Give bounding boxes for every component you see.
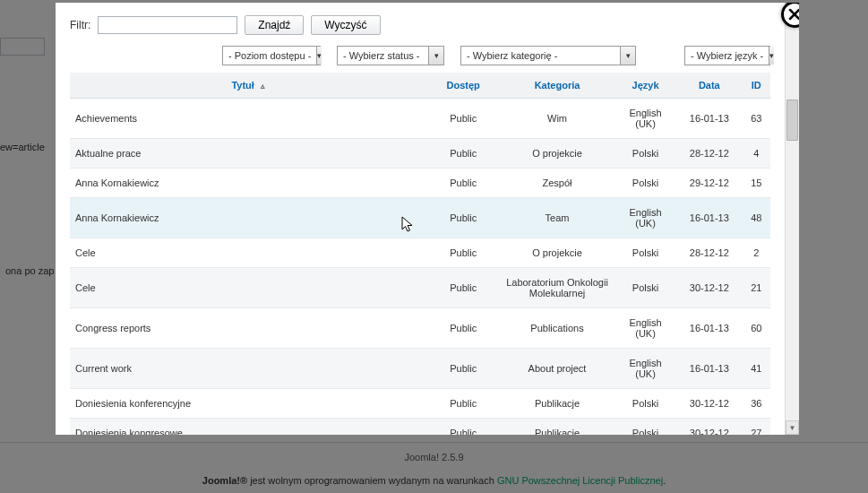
cell-date: 28-12-12 (676, 238, 742, 268)
cell-title[interactable]: Aktualne prace (70, 139, 426, 169)
scroll-thumb[interactable] (786, 99, 798, 141)
cell-language: English (UK) (614, 198, 676, 238)
cell-access: Public (426, 238, 500, 268)
vertical-scrollbar[interactable]: ▲ ▼ (785, 3, 799, 435)
cell-title[interactable]: Cele (70, 238, 426, 268)
cell-date: 29-12-12 (676, 169, 742, 198)
cell-language: English (UK) (614, 99, 676, 139)
cell-category: Laboratorium Onkologii Molekularnej (500, 268, 614, 308)
cell-title[interactable]: Doniesienia konferencyjne (70, 389, 426, 419)
modal-body: Filtr: Znajdź Wyczyść - Poziom dostępu -… (56, 3, 785, 435)
cell-date: 16-01-13 (676, 308, 742, 349)
cell-access: Public (426, 268, 500, 308)
table-row[interactable]: AchievementsPublicWimEnglish (UK)16-01-1… (70, 99, 770, 139)
articles-table: Tytuł ▵ Dostęp Kategoria Język Data ID A… (70, 73, 770, 435)
cell-category: O projekcie (500, 238, 614, 268)
chevron-down-icon (620, 47, 635, 65)
access-level-select[interactable]: - Poziom dostępu - (222, 46, 321, 65)
clear-button[interactable]: Wyczyść (311, 15, 380, 35)
access-level-value: - Poziom dostępu - (223, 50, 316, 61)
status-value: - Wybierz status - (338, 50, 428, 61)
cell-id: 60 (743, 308, 771, 349)
chevron-down-icon (316, 47, 322, 65)
cell-language: Polski (614, 139, 676, 169)
cell-title[interactable]: Achievements (70, 99, 426, 139)
filter-row: Filtr: Znajdź Wyczyść (70, 15, 770, 35)
cell-id: 63 (743, 99, 771, 139)
cell-title[interactable]: Anna Kornakiewicz (70, 198, 426, 238)
cell-title[interactable]: Cele (70, 268, 426, 308)
cell-id: 41 (743, 349, 771, 389)
cell-date: 16-01-13 (676, 99, 742, 139)
table-row[interactable]: Current workPublicAbout projectEnglish (… (70, 349, 770, 389)
category-select[interactable]: - Wybierz kategorię - (460, 46, 636, 65)
cell-access: Public (426, 169, 500, 198)
scroll-down-arrow-icon[interactable]: ▼ (786, 420, 799, 435)
col-header-access[interactable]: Dostęp (426, 73, 500, 99)
cell-date: 28-12-12 (676, 139, 742, 169)
table-row[interactable]: CelePublicO projekciePolski28-12-122 (70, 238, 770, 268)
cell-category: Team (500, 198, 614, 238)
chevron-down-icon (428, 47, 443, 65)
cell-title[interactable]: Congress reports (70, 308, 426, 349)
cell-category: Publikacje (500, 419, 614, 435)
cell-language: Polski (614, 268, 676, 308)
table-row[interactable]: Aktualne pracePublicO projekciePolski28-… (70, 139, 770, 169)
col-header-language[interactable]: Język (614, 73, 676, 99)
cell-access: Public (426, 198, 500, 238)
table-row[interactable]: Anna KornakiewiczPublicZespółPolski29-12… (70, 169, 770, 198)
chevron-down-icon (769, 47, 774, 65)
table-row[interactable]: Anna KornakiewiczPublicTeamEnglish (UK)1… (70, 198, 770, 238)
cell-id: 48 (743, 198, 771, 238)
col-header-date[interactable]: Data (676, 73, 742, 99)
filter-select-row: - Poziom dostępu - - Wybierz status - - … (70, 46, 770, 65)
find-button[interactable]: Znajdź (245, 15, 304, 35)
cell-id: 27 (743, 419, 771, 435)
col-header-category[interactable]: Kategoria (500, 73, 614, 99)
cell-category: Zespół (500, 169, 614, 198)
article-select-modal: ▲ ▼ Filtr: Znajdź Wyczyść - Poziom dostę… (56, 3, 799, 435)
cell-access: Public (426, 99, 500, 139)
col-header-id[interactable]: ID (743, 73, 771, 99)
col-header-title-label: Tytuł (231, 80, 254, 91)
cell-category: About project (500, 349, 614, 389)
cell-date: 16-01-13 (676, 349, 742, 389)
cell-title[interactable]: Doniesienia kongresowe (70, 419, 426, 435)
cell-id: 21 (743, 268, 771, 308)
language-select[interactable]: - Wybierz język - (684, 46, 770, 65)
language-value: - Wybierz język - (685, 50, 769, 61)
cell-language: Polski (614, 389, 676, 419)
filter-input[interactable] (98, 16, 237, 34)
cell-date: 16-01-13 (676, 198, 742, 238)
cell-language: Polski (614, 169, 676, 198)
table-row[interactable]: CelePublicLaboratorium Onkologii Molekul… (70, 268, 770, 308)
cell-id: 36 (743, 389, 771, 419)
cell-title[interactable]: Anna Kornakiewicz (70, 169, 426, 198)
sort-asc-icon: ▵ (261, 82, 265, 91)
cell-date: 30-12-12 (676, 268, 742, 308)
table-row[interactable]: Doniesienia konferencyjnePublicPublikacj… (70, 389, 770, 419)
cell-language: Polski (614, 238, 676, 268)
cell-title[interactable]: Current work (70, 349, 426, 389)
cell-category: O projekcie (500, 139, 614, 169)
cell-date: 30-12-12 (676, 419, 742, 435)
cell-language: Polski (614, 419, 676, 435)
cell-access: Public (426, 389, 500, 419)
cell-access: Public (426, 419, 500, 435)
cell-category: Publications (500, 308, 614, 349)
table-row[interactable]: Doniesienia kongresowePublicPublikacjePo… (70, 419, 770, 435)
filter-label: Filtr: (70, 19, 90, 31)
category-value: - Wybierz kategorię - (461, 50, 620, 61)
cell-language: English (UK) (614, 349, 676, 389)
cell-id: 2 (743, 238, 771, 268)
close-icon (788, 8, 799, 21)
cell-access: Public (426, 139, 500, 169)
cell-category: Wim (500, 99, 614, 139)
cell-id: 4 (743, 139, 771, 169)
cell-access: Public (426, 308, 500, 349)
status-select[interactable]: - Wybierz status - (337, 46, 444, 65)
table-row[interactable]: Congress reportsPublicPublicationsEnglis… (70, 308, 770, 349)
col-header-title[interactable]: Tytuł ▵ (70, 73, 426, 99)
cell-date: 30-12-12 (676, 389, 742, 419)
cell-category: Publikacje (500, 389, 614, 419)
